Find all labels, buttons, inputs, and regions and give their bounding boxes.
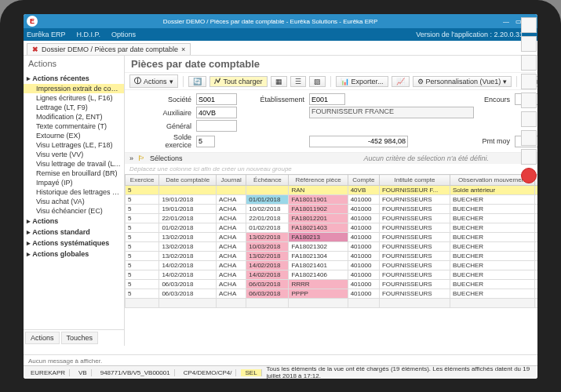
document-tab[interactable]: ✖ Dossier DEMO / Pièces par date comptab… bbox=[27, 43, 191, 55]
selections-hint: Aucun critère de sélection n'a été défin… bbox=[188, 154, 537, 162]
refresh-button[interactable]: 🔄 bbox=[188, 76, 206, 87]
selections-label: Sélections bbox=[150, 154, 183, 162]
table-row[interactable]: 514/02/2018ACHA14/02/2018FA1802140140100… bbox=[126, 261, 538, 270]
table-row[interactable]: 522/01/2018ACHA22/01/2018FA1801220140100… bbox=[126, 214, 538, 223]
sidebar-group[interactable]: ▸ Actions globales bbox=[24, 249, 124, 260]
list-button[interactable]: ☰ bbox=[290, 76, 306, 87]
tool-icon-search[interactable] bbox=[521, 168, 537, 183]
sidebar-item[interactable]: Historique des lettrages (HL) bbox=[24, 187, 124, 197]
toolbar: ⓘ Actions ▾ 🔄 🗲 Tout charger ▦ ☰ ▨ 📊 Exp… bbox=[125, 73, 537, 90]
sidebar-item[interactable]: Impression extrait de compte ... bbox=[24, 84, 124, 93]
menu-options[interactable]: Options bbox=[111, 31, 136, 38]
tool-icon-6[interactable] bbox=[521, 111, 537, 127]
menu-bar: Eurêka ERP H.D.I.P. Options Version de l… bbox=[24, 28, 537, 41]
filter-button[interactable]: ▨ bbox=[309, 76, 326, 87]
sidebar-item[interactable]: Visu Lettrages (LE, F18) bbox=[24, 140, 124, 150]
column-header[interactable]: Intitulé compte bbox=[379, 175, 450, 186]
label-aux: Auxiliaire bbox=[148, 109, 191, 117]
input-solde-ex[interactable] bbox=[196, 136, 215, 147]
status-3: CP4/DEMO/CP4/ bbox=[180, 369, 237, 376]
table-row[interactable]: 513/02/2018ACHA13/02/2018FA180213401000F… bbox=[126, 233, 538, 242]
status-info: Tous les éléments de la vue ont été char… bbox=[267, 365, 534, 379]
menu-hdip[interactable]: H.D.I.P. bbox=[77, 31, 100, 38]
tool-icon-1[interactable] bbox=[521, 17, 537, 33]
chart-button[interactable]: 📈 bbox=[392, 76, 410, 87]
filter-form: Société Établissement Encours Auxiliaire… bbox=[125, 90, 537, 152]
sidebar-item[interactable]: Lettrage (LT, F9) bbox=[24, 103, 124, 112]
tool-icon-3[interactable] bbox=[521, 55, 537, 71]
label-solde: Solde exercice bbox=[148, 133, 191, 149]
message-text: Aucun message à afficher. bbox=[28, 358, 102, 365]
status-sel: SEL bbox=[241, 369, 261, 376]
message-bar: Aucun message à afficher. bbox=[24, 354, 537, 366]
table-row[interactable]: 514/02/2018ACHA14/02/2018FA1802140640100… bbox=[126, 270, 538, 280]
sidebar-item[interactable]: Visu verte (VV) bbox=[24, 150, 124, 159]
sidebar-item[interactable]: Visu lettrage de travail (LW) bbox=[24, 159, 124, 169]
filter-icon[interactable]: 🏳 bbox=[138, 154, 145, 162]
sidebar-item[interactable]: Visu achat (VA) bbox=[24, 197, 124, 206]
label-pmt: Pmt moy bbox=[479, 137, 510, 145]
sidebar-item[interactable]: Impayé (IP) bbox=[24, 178, 124, 187]
sidebar-item[interactable]: Lignes écritures (L, F16) bbox=[24, 93, 124, 103]
grid-button[interactable]: ▦ bbox=[271, 76, 287, 87]
sidebar-item[interactable]: Extourne (EX) bbox=[24, 131, 124, 140]
actions-button[interactable]: ⓘ Actions ▾ bbox=[129, 74, 178, 88]
menu-eureka[interactable]: Eurêka ERP bbox=[27, 31, 66, 38]
table-row[interactable]: 513/02/2018ACHA13/02/2018FA1802130440100… bbox=[126, 252, 538, 261]
version-label: Version de l'application : 2.20.0.31 bbox=[416, 31, 523, 38]
table-row[interactable]: 506/03/2018ACHA06/03/2018PPPP401000FOURN… bbox=[126, 289, 538, 299]
input-etab[interactable] bbox=[309, 93, 345, 105]
sidebar-item[interactable]: Visu échéancier (EC) bbox=[24, 206, 124, 216]
tool-icon-7[interactable] bbox=[521, 130, 537, 146]
input-general[interactable] bbox=[196, 120, 237, 132]
column-header[interactable]: Référence pièce bbox=[289, 175, 348, 186]
input-societe[interactable] bbox=[196, 93, 237, 105]
tool-icon-2[interactable] bbox=[521, 36, 537, 52]
tab-strip: ✖ Dossier DEMO / Pièces par date comptab… bbox=[24, 41, 537, 56]
window-title: Dossier DEMO / Pièces par date comptable… bbox=[41, 18, 500, 25]
label-etab: Établissement bbox=[242, 96, 304, 103]
actions-sidebar: Actions ▸ Actions récentesImpression ext… bbox=[24, 56, 125, 346]
sidebar-group[interactable]: ▸ Actions systématiques bbox=[24, 238, 124, 249]
tool-icon-5[interactable] bbox=[521, 93, 537, 108]
tout-charger-button[interactable]: 🗲 Tout charger bbox=[209, 76, 268, 87]
data-grid[interactable]: ExerciceDate comptableJournalÉchéanceRéf… bbox=[125, 174, 537, 346]
table-row[interactable]: 5RAN40VBFOURNISSEUR F...Solde antérieur4… bbox=[126, 186, 538, 195]
sidebar-group[interactable]: ▸ Actions récentes bbox=[24, 73, 124, 84]
sidebar-item[interactable]: Texte commentaire (T) bbox=[24, 122, 124, 131]
expand-icon[interactable]: » bbox=[129, 154, 133, 162]
label-general: Général bbox=[148, 122, 191, 130]
export-button[interactable]: 📊 Exporter... bbox=[336, 76, 388, 87]
tool-icon-4[interactable] bbox=[521, 74, 537, 89]
table-row[interactable]: 519/01/2018ACHA10/02/2018FA1801190240100… bbox=[126, 205, 538, 214]
status-0: EUREKAPR bbox=[27, 369, 70, 376]
column-header[interactable]: Date comptable bbox=[159, 175, 217, 186]
input-aux[interactable] bbox=[196, 107, 237, 118]
tab-label: Dossier DEMO / Pièces par date comptable bbox=[42, 45, 178, 53]
tab-close-x[interactable]: × bbox=[181, 45, 185, 53]
label-encours: Encours bbox=[479, 96, 510, 103]
sidebar-tab-touches[interactable]: Touches bbox=[61, 332, 99, 344]
selections-bar: » 🏳 Sélections Aucun critère de sélectio… bbox=[125, 152, 537, 164]
minimize-button[interactable]: — bbox=[500, 18, 512, 25]
sidebar-group[interactable]: ▸ Actions standard bbox=[24, 227, 124, 238]
column-header[interactable]: Échéance bbox=[246, 175, 289, 186]
sidebar-item[interactable]: Remise en brouillard (BR) bbox=[24, 169, 124, 178]
main-panel: Pièces par date comptable CVLRLEC T2 ⓘ A… bbox=[125, 56, 537, 346]
column-header[interactable]: Compte bbox=[348, 175, 379, 186]
table-row[interactable]: 501/02/2018ACHA01/02/2018FA1802140340100… bbox=[126, 223, 538, 233]
tab-close-icon[interactable]: ✖ bbox=[32, 45, 38, 53]
table-row[interactable]: 513/02/2018ACHA10/03/2018FA1802130240100… bbox=[126, 242, 538, 252]
column-header[interactable]: Exercice bbox=[126, 175, 159, 186]
table-row[interactable]: 506/03/2018ACHA06/03/2018RRRR401000FOURN… bbox=[126, 280, 538, 289]
table-row[interactable]: 519/01/2018ACHA01/01/2018FA1801190140100… bbox=[126, 195, 538, 205]
page-title: Pièces par date comptable bbox=[131, 58, 260, 70]
column-header[interactable]: Journal bbox=[217, 175, 246, 186]
sidebar-tab-actions[interactable]: Actions bbox=[25, 332, 60, 344]
sidebar-group[interactable]: ▸ Actions bbox=[24, 216, 124, 227]
right-toolbar bbox=[520, 14, 537, 379]
sidebar-item[interactable]: Modification (2, ENT) bbox=[24, 112, 124, 122]
tool-icon-8[interactable] bbox=[521, 149, 537, 165]
perso-button[interactable]: ⚙ Personnalisation (Vue1) ▾ bbox=[413, 76, 512, 87]
input-solde-val[interactable] bbox=[309, 136, 408, 147]
